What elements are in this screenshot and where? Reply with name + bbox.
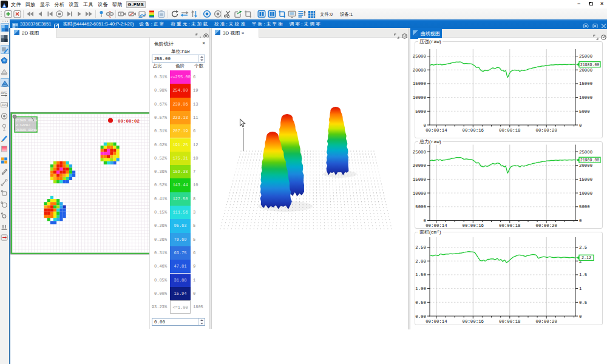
svg-text:20000: 20000 [579,163,592,168]
svg-text:00:00:16: 00:00:16 [463,319,484,324]
svg-text:5000: 5000 [415,204,426,209]
svg-text:20000: 20000 [579,68,592,73]
svg-text:0: 0 [579,123,582,128]
svg-text:0: 0 [579,218,582,223]
svg-text:15000: 15000 [413,177,426,182]
svg-text:1: 1 [579,286,582,291]
svg-text:15000: 15000 [413,81,426,86]
svg-text:2.50: 2.50 [415,245,426,250]
svg-text:21989.00: 21989.00 [580,63,600,67]
svg-text:0.5: 0.5 [579,300,587,305]
svg-text:0: 0 [424,123,426,128]
svg-text:1.50: 1.50 [415,272,426,277]
svg-text:25000: 25000 [413,150,426,155]
svg-text:2.5: 2.5 [579,245,587,250]
svg-text:1.5: 1.5 [579,272,587,277]
svg-text:2.12: 2.12 [582,256,591,260]
svg-text:1.00: 1.00 [415,286,426,291]
svg-text:5000: 5000 [579,109,590,114]
svg-text:25000: 25000 [579,54,592,59]
svg-text:5000: 5000 [579,204,590,209]
svg-text:20000: 20000 [413,68,426,73]
svg-text:0: 0 [579,314,582,319]
svg-text:15000: 15000 [579,81,592,86]
svg-text:10000: 10000 [579,191,592,196]
svg-text:00:00:20: 00:00:20 [535,319,557,324]
svg-text:15000: 15000 [579,177,592,182]
svg-text:10000: 10000 [413,191,426,196]
svg-text:2.00: 2.00 [415,259,426,264]
svg-text:00:00:18: 00:00:18 [499,319,520,324]
svg-text:20000: 20000 [413,163,426,168]
svg-text:10000: 10000 [579,95,592,100]
svg-text:0.50: 0.50 [415,300,426,305]
svg-text:0: 0 [424,218,426,223]
svg-text:00:00:14: 00:00:14 [426,319,447,324]
svg-text:25000: 25000 [413,54,426,59]
svg-text:25000: 25000 [579,150,592,155]
svg-text:10000: 10000 [413,95,426,100]
svg-text:5000: 5000 [415,109,426,114]
svg-text:0.00: 0.00 [415,314,426,319]
svg-text:21989.00: 21989.00 [580,158,600,163]
